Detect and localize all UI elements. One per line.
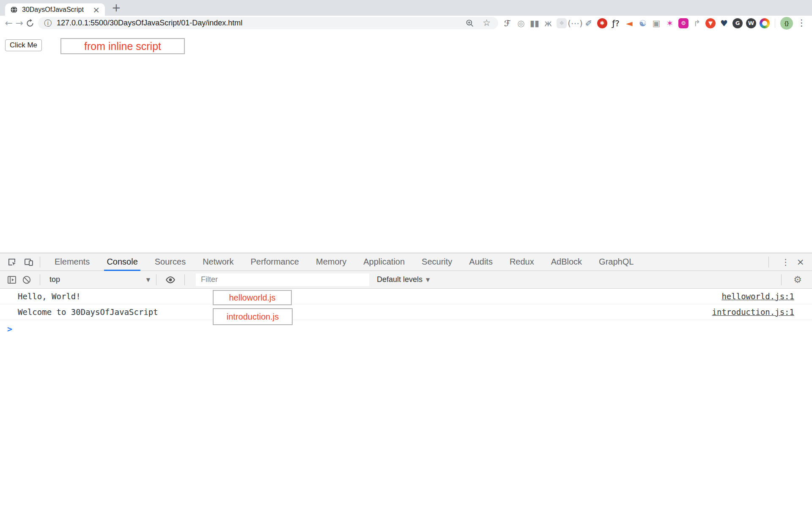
url-text[interactable]: 127.0.0.1:5500/30DaysOfJavaScript/01-Day…: [57, 19, 462, 28]
back-icon[interactable]: ←: [3, 19, 14, 28]
inspect-element-icon[interactable]: [7, 257, 17, 267]
w-circle-icon[interactable]: W: [746, 18, 756, 28]
devtools-separator: [768, 257, 769, 268]
console-toolbar: top ▼ Default levels ▼ ⚙: [0, 271, 812, 289]
heart-search-icon[interactable]: ♥: [717, 17, 731, 30]
devtools-tab-audits[interactable]: Audits: [466, 253, 495, 271]
reload-icon[interactable]: [25, 19, 36, 28]
bookmark-star-icon[interactable]: ☆: [483, 19, 491, 28]
console-source-link[interactable]: helloworld.js:1: [721, 292, 794, 301]
toolbar-separator: [781, 274, 782, 285]
devtools-tab-application[interactable]: Application: [361, 253, 407, 271]
extensions-row: ℱ◎▮▮ж❖(⋯)✐✱ƒ?◄☯▣✶⚙↱▼♥GW: [501, 17, 771, 30]
devtools-tab-elements[interactable]: Elements: [52, 253, 92, 271]
chevron-down-icon: ▼: [426, 277, 430, 283]
console-sidebar-toggle-icon[interactable]: [7, 275, 17, 285]
devtools-tab-console[interactable]: Console: [104, 253, 140, 271]
gear-square-icon[interactable]: ⚙: [678, 18, 689, 28]
function-question-icon[interactable]: ƒ?: [609, 17, 623, 30]
site-info-icon[interactable]: ⓘ: [44, 19, 52, 27]
annotation-box-introduction: introduction.js: [213, 308, 293, 325]
forward-icon[interactable]: →: [14, 19, 25, 28]
chevron-down-icon: ▼: [146, 277, 150, 283]
devtools-separator: [40, 257, 40, 268]
eyedropper-icon[interactable]: ✐: [582, 17, 595, 30]
devtools-tab-performance[interactable]: Performance: [248, 253, 302, 271]
columns-icon[interactable]: ▮▮: [528, 17, 541, 30]
camera-icon[interactable]: ▣: [650, 17, 663, 30]
devtools-menu-icon[interactable]: ⋮: [782, 257, 790, 267]
tab-title: 30DaysOfJavaScript: [22, 6, 92, 14]
console-message-text: Welcome to 30DaysOfJavaScript: [18, 307, 158, 317]
swirl-icon[interactable]: ☯: [636, 17, 650, 30]
console-message-row: Hello, World! helloworld.js:1: [0, 289, 812, 304]
devtools-tabs: ElementsConsoleSourcesNetworkPerformance…: [46, 253, 642, 271]
devtools-tab-bar-right: ⋮ ×: [763, 257, 812, 268]
live-expression-eye-icon[interactable]: [165, 274, 176, 285]
devtools-tab-graphql[interactable]: GraphQL: [596, 253, 636, 271]
context-dropdown[interactable]: top ▼: [49, 275, 150, 284]
console-message-text: Hello, World!: [18, 292, 81, 301]
devtools-tab-bar: ElementsConsoleSourcesNetworkPerformance…: [0, 253, 812, 271]
fonts-ninja-icon[interactable]: ℱ: [501, 17, 514, 30]
devtools-close-icon[interactable]: ×: [797, 257, 804, 267]
toolbar-separator: [775, 19, 775, 28]
code-brackets-icon[interactable]: (⋯): [568, 17, 582, 30]
context-label: top: [49, 275, 60, 284]
devtools-panel: ElementsConsoleSourcesNetworkPerformance…: [0, 253, 812, 334]
settings-gear-icon[interactable]: ⚙: [793, 275, 802, 284]
browser-toolbar: ← → ⓘ 127.0.0.1:5500/30DaysOfJavaScript/…: [0, 16, 812, 30]
clear-console-icon[interactable]: [22, 275, 31, 284]
tab-close-icon[interactable]: ×: [92, 6, 101, 14]
globe-favicon-icon: [10, 6, 18, 14]
devtools-tab-sources[interactable]: Sources: [152, 253, 188, 271]
bookmark-circle-icon[interactable]: ▼: [705, 18, 716, 28]
inline-script-output: from inline script: [60, 38, 185, 54]
annotation-box-helloworld: helloworld.js: [213, 290, 292, 305]
devtools-tab-redux[interactable]: Redux: [507, 253, 537, 271]
console-source-link[interactable]: introduction.js:1: [712, 307, 794, 317]
device-toolbar-icon[interactable]: [24, 257, 34, 267]
browser-tab-bar: 30DaysOfJavaScript × +: [0, 0, 812, 16]
url-bar[interactable]: ⓘ 127.0.0.1:5500/30DaysOfJavaScript/01-D…: [38, 17, 498, 29]
megaphone-icon[interactable]: ◄: [623, 17, 636, 30]
console-message-row: Welcome to 30DaysOfJavaScript introducti…: [0, 304, 812, 320]
console-output: Hello, World! helloworld.js:1 Welcome to…: [0, 289, 812, 334]
devtools-tab-memory[interactable]: Memory: [313, 253, 349, 271]
toolbar-separator: [156, 274, 156, 285]
toolbar-separator: [40, 274, 40, 285]
chrome-menu-icon[interactable]: ⋮: [797, 19, 806, 28]
log-levels-label: Default levels: [377, 275, 422, 284]
new-tab-button[interactable]: +: [112, 2, 121, 13]
console-prompt-chevron[interactable]: >: [0, 320, 812, 334]
stop-hand-icon[interactable]: ✱: [597, 18, 607, 28]
zoom-icon[interactable]: [466, 19, 474, 28]
devtools-tab-adblock[interactable]: AdBlock: [549, 253, 584, 271]
profile-avatar[interactable]: {}: [780, 17, 793, 30]
devtools-tab-security[interactable]: Security: [419, 253, 455, 271]
color-wheel-icon[interactable]: [760, 18, 770, 28]
molecule-icon[interactable]: ❖: [557, 18, 567, 28]
graphql-star-icon[interactable]: ✶: [663, 17, 677, 30]
toolbar-separator: [184, 274, 185, 285]
orbit-icon[interactable]: ◎: [514, 17, 528, 30]
log-levels-dropdown[interactable]: Default levels ▼: [377, 275, 430, 284]
bug-icon[interactable]: ж: [541, 17, 555, 30]
page-content: Click Me from inline script: [0, 30, 812, 253]
corner-arrow-icon[interactable]: ↱: [690, 17, 704, 30]
filter-input[interactable]: [196, 273, 369, 286]
click-me-button[interactable]: Click Me: [5, 39, 42, 51]
devtools-tab-network[interactable]: Network: [200, 253, 236, 271]
g-circle-icon[interactable]: G: [732, 18, 743, 28]
browser-tab[interactable]: 30DaysOfJavaScript ×: [5, 3, 105, 16]
